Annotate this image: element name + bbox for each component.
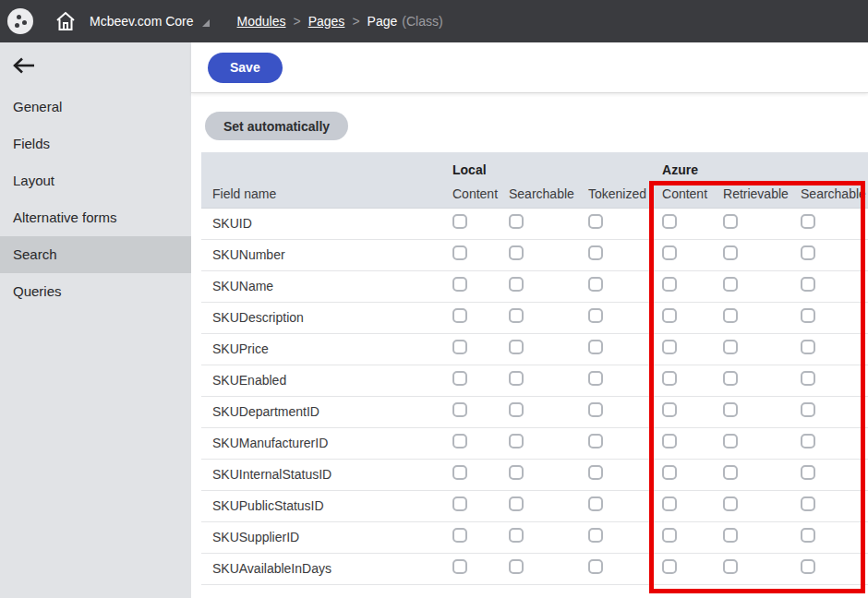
local-content-checkbox[interactable] (452, 528, 467, 543)
checkbox-cell (801, 396, 868, 427)
local-tokenized-checkbox[interactable] (588, 528, 603, 543)
checkbox-cell (723, 208, 801, 239)
checkbox-cell (801, 365, 868, 396)
site-selector[interactable]: Mcbeev.com Core (90, 14, 210, 29)
azure-content-checkbox[interactable] (662, 308, 677, 323)
local-content-checkbox[interactable] (452, 340, 467, 354)
local-searchable-checkbox[interactable] (509, 496, 524, 511)
azure-searchable-checkbox[interactable] (801, 214, 815, 229)
azure-retrievable-checkbox[interactable] (723, 214, 738, 229)
azure-content-checkbox[interactable] (662, 496, 677, 511)
local-tokenized-checkbox[interactable] (588, 245, 603, 260)
breadcrumb-link-pages[interactable]: Pages (308, 14, 345, 29)
sidebar-item-layout[interactable]: Layout (0, 162, 191, 199)
sidebar-item-queries[interactable]: Queries (0, 273, 191, 310)
sidebar-item-fields[interactable]: Fields (0, 126, 191, 162)
local-searchable-checkbox[interactable] (509, 371, 524, 386)
back-button[interactable] (12, 54, 40, 78)
azure-content-checkbox[interactable] (662, 371, 677, 386)
table-row: SKUManufacturerID (201, 427, 868, 459)
azure-searchable-checkbox[interactable] (801, 277, 815, 292)
azure-content-checkbox[interactable] (662, 559, 677, 574)
local-tokenized-checkbox[interactable] (588, 465, 603, 480)
azure-retrievable-checkbox[interactable] (723, 371, 738, 386)
local-searchable-checkbox[interactable] (509, 528, 524, 543)
azure-searchable-checkbox[interactable] (801, 340, 815, 354)
local-tokenized-checkbox[interactable] (588, 214, 603, 229)
table-row: SKUNumber (201, 239, 868, 270)
azure-searchable-checkbox[interactable] (801, 465, 815, 480)
local-content-checkbox[interactable] (452, 214, 467, 229)
local-searchable-checkbox[interactable] (509, 340, 524, 354)
table-row: SKUDescription (201, 302, 868, 333)
local-tokenized-checkbox[interactable] (588, 559, 603, 574)
column-header-local-searchable: Searchable (509, 181, 588, 208)
sidebar-item-search[interactable]: Search (0, 236, 191, 273)
local-searchable-checkbox[interactable] (509, 277, 524, 292)
breadcrumb-link-modules[interactable]: Modules (237, 14, 286, 29)
local-searchable-checkbox[interactable] (509, 214, 524, 229)
azure-retrievable-checkbox[interactable] (723, 559, 738, 574)
sidebar-item-general[interactable]: General (0, 89, 191, 126)
sidebar-item-alternative-forms[interactable]: Alternative forms (0, 199, 191, 236)
azure-searchable-checkbox[interactable] (801, 245, 815, 260)
local-content-checkbox[interactable] (452, 402, 467, 417)
azure-retrievable-checkbox[interactable] (723, 308, 738, 323)
local-searchable-checkbox[interactable] (509, 308, 524, 323)
checkbox-cell (723, 490, 801, 521)
local-searchable-checkbox[interactable] (509, 559, 524, 574)
field-name-cell: SKUDepartmentID (201, 396, 452, 427)
azure-retrievable-checkbox[interactable] (723, 496, 738, 511)
azure-searchable-checkbox[interactable] (801, 496, 815, 511)
azure-searchable-checkbox[interactable] (801, 371, 815, 386)
local-content-checkbox[interactable] (452, 465, 467, 480)
local-tokenized-checkbox[interactable] (588, 434, 603, 448)
local-content-checkbox[interactable] (452, 371, 467, 386)
azure-retrievable-checkbox[interactable] (723, 465, 738, 480)
azure-retrievable-checkbox[interactable] (723, 402, 738, 417)
azure-content-checkbox[interactable] (662, 214, 677, 229)
local-content-checkbox[interactable] (452, 308, 467, 323)
local-tokenized-checkbox[interactable] (588, 340, 603, 354)
local-content-checkbox[interactable] (452, 245, 467, 260)
azure-retrievable-checkbox[interactable] (723, 277, 738, 292)
checkbox-cell (723, 302, 801, 333)
azure-content-checkbox[interactable] (662, 340, 677, 354)
local-tokenized-checkbox[interactable] (588, 277, 603, 292)
set-automatically-button[interactable]: Set automatically (205, 112, 348, 140)
local-content-checkbox[interactable] (452, 434, 467, 448)
local-searchable-checkbox[interactable] (509, 402, 524, 417)
checkbox-cell (662, 459, 723, 490)
app-list-icon[interactable] (7, 8, 33, 34)
azure-retrievable-checkbox[interactable] (723, 434, 738, 448)
azure-searchable-checkbox[interactable] (801, 528, 815, 543)
azure-content-checkbox[interactable] (662, 528, 677, 543)
checkbox-cell (509, 333, 588, 365)
azure-content-checkbox[interactable] (662, 434, 677, 448)
azure-searchable-checkbox[interactable] (801, 559, 815, 574)
local-searchable-checkbox[interactable] (509, 245, 524, 260)
azure-retrievable-checkbox[interactable] (723, 340, 738, 354)
local-content-checkbox[interactable] (452, 496, 467, 511)
checkbox-cell (588, 521, 662, 553)
azure-content-checkbox[interactable] (662, 245, 677, 260)
home-icon[interactable] (54, 9, 78, 33)
local-tokenized-checkbox[interactable] (588, 308, 603, 323)
local-searchable-checkbox[interactable] (509, 465, 524, 480)
local-searchable-checkbox[interactable] (509, 434, 524, 448)
azure-content-checkbox[interactable] (662, 402, 677, 417)
local-tokenized-checkbox[interactable] (588, 402, 603, 417)
azure-content-checkbox[interactable] (662, 465, 677, 480)
azure-searchable-checkbox[interactable] (801, 308, 815, 323)
checkbox-cell (662, 521, 723, 553)
local-tokenized-checkbox[interactable] (588, 496, 603, 511)
local-tokenized-checkbox[interactable] (588, 371, 603, 386)
azure-content-checkbox[interactable] (662, 277, 677, 292)
azure-searchable-checkbox[interactable] (801, 402, 815, 417)
azure-retrievable-checkbox[interactable] (723, 528, 738, 543)
azure-retrievable-checkbox[interactable] (723, 245, 738, 260)
local-content-checkbox[interactable] (452, 559, 467, 574)
save-button[interactable]: Save (208, 53, 283, 83)
local-content-checkbox[interactable] (452, 277, 467, 292)
azure-searchable-checkbox[interactable] (801, 434, 815, 448)
